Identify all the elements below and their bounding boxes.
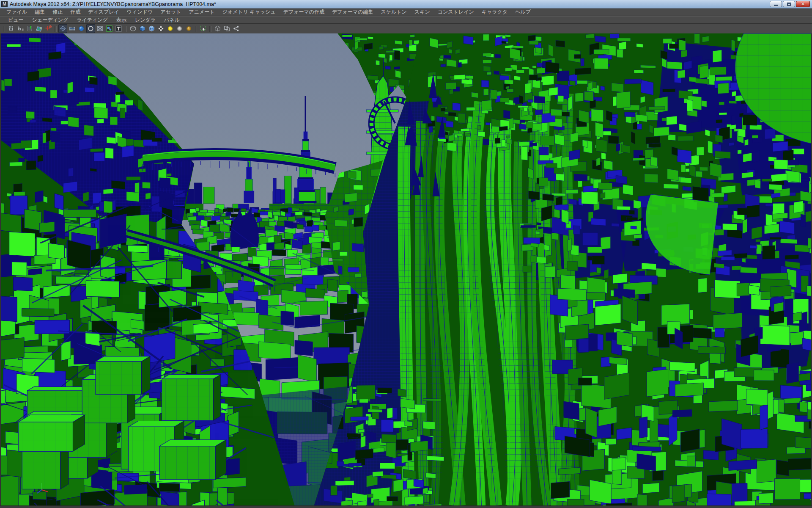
restore-icon xyxy=(787,3,791,6)
textured-display-icon[interactable] xyxy=(114,24,123,33)
default-material-cube-icon[interactable] xyxy=(129,24,137,33)
toolbar-separator xyxy=(55,26,57,32)
viewport-panel[interactable] xyxy=(0,33,812,505)
minimize-icon xyxy=(774,5,778,6)
image-plane-icon[interactable] xyxy=(35,24,44,33)
window-bottom-edge xyxy=(0,505,812,508)
restore-button[interactable] xyxy=(783,1,795,7)
xray-display-icon[interactable] xyxy=(96,24,104,33)
close-button[interactable]: ✕ xyxy=(796,1,810,7)
menu-animate[interactable]: アニメート xyxy=(185,8,218,16)
menu-geometry-cache[interactable]: ジオメトリ キャッシュ xyxy=(218,8,279,16)
menu-assets[interactable]: アセット xyxy=(156,8,185,16)
menu-skin[interactable]: スキン xyxy=(411,8,434,16)
panel-menu-lighting[interactable]: ライティング xyxy=(72,16,112,24)
panel-menu-view[interactable]: ビュー xyxy=(4,16,28,24)
select-camera-icon[interactable] xyxy=(7,24,16,33)
menu-character[interactable]: キャラクタ xyxy=(478,8,511,16)
minimize-button[interactable] xyxy=(770,1,782,7)
use-default-material-icon[interactable] xyxy=(156,24,165,33)
menu-window[interactable]: ウィンドウ xyxy=(123,8,156,16)
window-controls: ✕ xyxy=(770,1,811,7)
all-lights-icon[interactable] xyxy=(166,24,175,33)
panel-menu-show[interactable]: 表示 xyxy=(112,16,131,24)
shaded-cube-icon[interactable] xyxy=(138,24,147,33)
toolbar-separator xyxy=(3,26,5,32)
film-gate-icon[interactable] xyxy=(68,24,77,33)
scene-objects-icon[interactable] xyxy=(213,24,222,33)
menu-display[interactable]: ディスプレイ xyxy=(84,8,123,16)
menu-modify[interactable]: 修正 xyxy=(49,8,66,16)
wireframe-on-shaded-icon[interactable] xyxy=(86,24,95,33)
menu-edit-deformers[interactable]: デフォーマの編集 xyxy=(328,8,377,16)
menu-create[interactable]: 作成 xyxy=(66,8,84,16)
menu-bar: ファイル編集修正作成ディスプレイウィンドウアセットアニメートジオメトリ キャッシ… xyxy=(0,8,812,16)
toolbar-separator xyxy=(209,26,211,32)
panel-menu-renderer[interactable]: レンダラ xyxy=(131,16,160,24)
menu-edit[interactable]: 編集 xyxy=(31,8,49,16)
menu-constrain[interactable]: コンストレイン xyxy=(434,8,478,16)
camera-attributes-icon[interactable] xyxy=(16,24,25,33)
textured-cube-icon[interactable] xyxy=(147,24,156,33)
smooth-shade-all-icon[interactable] xyxy=(77,24,86,33)
multi-panel-link-icon[interactable] xyxy=(232,24,241,33)
title-bar: M Autodesk Maya 2012 x64: Z:¥PH¥ELE¥ENV¥… xyxy=(0,0,812,8)
maya-app-icon: M xyxy=(1,1,8,7)
no-lights-icon[interactable] xyxy=(184,24,193,33)
panel-toolbar xyxy=(0,24,812,33)
menu-file[interactable]: ファイル xyxy=(3,8,31,16)
window-title: Autodesk Maya 2012 x64: Z:¥PH¥ELE¥ENV¥BG… xyxy=(10,1,216,7)
default-lighting-icon[interactable] xyxy=(175,24,184,33)
toolbar-separator xyxy=(195,26,197,32)
menu-help[interactable]: ヘルプ xyxy=(511,8,535,16)
panel-menu-panels[interactable]: パネル xyxy=(160,16,184,24)
panel-menu-bar: ビューシェーディングライティング表示レンダラパネル xyxy=(0,16,812,24)
xray-joints-icon[interactable] xyxy=(105,24,114,33)
isolate-select-icon[interactable] xyxy=(199,24,208,33)
menu-skeleton[interactable]: スケルトン xyxy=(377,8,410,16)
camera-bookmarks-icon[interactable] xyxy=(25,24,34,33)
pan-zoom-icon[interactable] xyxy=(44,24,53,33)
scene-canvas[interactable] xyxy=(1,33,811,505)
wireframe-display-icon[interactable] xyxy=(58,24,67,33)
panel-menu-shading[interactable]: シェーディング xyxy=(28,16,73,24)
menu-create-deformers[interactable]: デフォーマの作成 xyxy=(280,8,328,16)
toolbar-separator xyxy=(125,26,127,32)
resolution-gate-icon[interactable] xyxy=(222,24,231,33)
